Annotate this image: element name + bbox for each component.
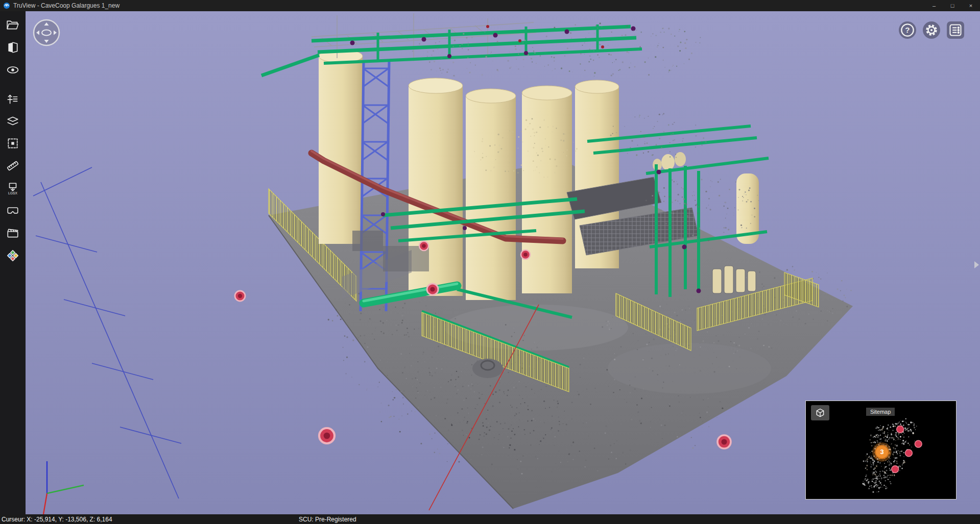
scan-position-marker[interactable] bbox=[427, 284, 438, 295]
clapperboard-icon bbox=[6, 227, 19, 240]
leveling-axis-icon bbox=[6, 92, 19, 105]
leveling-tools-button[interactable] bbox=[3, 89, 23, 108]
scan-position-marker[interactable] bbox=[718, 435, 731, 448]
window-title: TruView - CaveCoop Galargues 1_new bbox=[13, 2, 119, 9]
left-toolbar: LGSX bbox=[0, 11, 26, 514]
measurement-button[interactable] bbox=[3, 156, 23, 176]
viewpoints-button[interactable] bbox=[947, 21, 964, 39]
apps-button[interactable] bbox=[3, 246, 23, 265]
ground-pump bbox=[472, 359, 503, 378]
clip-box-icon bbox=[6, 137, 19, 150]
eye-icon bbox=[6, 63, 19, 77]
window-controls: – □ × bbox=[925, 0, 980, 11]
view-mode-button[interactable] bbox=[3, 38, 23, 57]
svg-text:?: ? bbox=[905, 26, 910, 34]
sitemap-scan-marker[interactable] bbox=[892, 466, 899, 473]
floors-button[interactable] bbox=[3, 111, 23, 131]
svg-text:LGSX: LGSX bbox=[8, 191, 17, 195]
orbit-icon bbox=[33, 19, 60, 46]
ruler-icon bbox=[6, 159, 19, 172]
scan-position-marker[interactable] bbox=[419, 241, 428, 251]
vr-mode-button[interactable] bbox=[3, 201, 23, 220]
animation-button[interactable] bbox=[3, 223, 23, 243]
visibility-button[interactable] bbox=[3, 60, 23, 80]
floors-icon bbox=[6, 114, 19, 128]
titlebar: TruView - CaveCoop Galargues 1_new – □ × bbox=[0, 0, 980, 11]
lgsx-export-button[interactable]: LGSX bbox=[3, 179, 23, 198]
help-button[interactable]: ? bbox=[899, 21, 916, 39]
close-button[interactable]: × bbox=[962, 0, 980, 11]
open-folder-icon bbox=[6, 18, 19, 32]
status-bar: Curseur: X: -25,914, Y: -13,506, Z: 6,16… bbox=[0, 514, 980, 524]
scan-position-marker[interactable] bbox=[235, 291, 245, 301]
orbit-control[interactable] bbox=[33, 19, 60, 46]
sitemap-scan-marker[interactable] bbox=[897, 426, 904, 433]
open-project-button[interactable] bbox=[3, 15, 23, 35]
ground-patch bbox=[608, 343, 771, 394]
vr-goggles-icon bbox=[6, 204, 19, 217]
scan-position-marker[interactable] bbox=[521, 250, 530, 259]
viewpoint-list-icon bbox=[948, 23, 963, 37]
panel-expand-arrow[interactable] bbox=[974, 261, 979, 268]
sitemap-3d-toggle-button[interactable] bbox=[811, 405, 829, 420]
help-icon: ? bbox=[900, 23, 915, 37]
sitemap-panel[interactable]: 3 Sitemap bbox=[805, 401, 957, 500]
app-window: TruView - CaveCoop Galargues 1_new – □ × bbox=[0, 0, 980, 524]
truview-logo-icon bbox=[3, 2, 10, 9]
viewport-toolbar: ? bbox=[899, 21, 964, 39]
maximize-button[interactable]: □ bbox=[943, 0, 962, 11]
sitemap-active-marker[interactable]: 3 bbox=[872, 442, 892, 462]
cube-icon bbox=[815, 408, 825, 418]
clipping-box-button[interactable] bbox=[3, 134, 23, 153]
settings-button[interactable] bbox=[923, 21, 940, 39]
gear-icon bbox=[924, 23, 939, 37]
cursor-coordinates: Curseur: X: -25,914, Y: -13,506, Z: 6,16… bbox=[2, 516, 112, 523]
lgsx-icon: LGSX bbox=[6, 182, 19, 195]
svg-text:3: 3 bbox=[880, 448, 883, 456]
sitemap-scan-marker[interactable] bbox=[905, 450, 913, 457]
sitemap-title: Sitemap bbox=[866, 408, 895, 416]
minimize-button[interactable]: – bbox=[925, 0, 943, 11]
pano-view-icon bbox=[6, 41, 19, 54]
viewport-3d[interactable]: ? bbox=[26, 11, 980, 514]
pinwheel-icon bbox=[6, 249, 19, 262]
scu-status: SCU: Pre-Registered bbox=[299, 516, 356, 523]
sitemap-scan-marker[interactable] bbox=[915, 440, 922, 447]
scan-position-marker[interactable] bbox=[319, 428, 334, 443]
